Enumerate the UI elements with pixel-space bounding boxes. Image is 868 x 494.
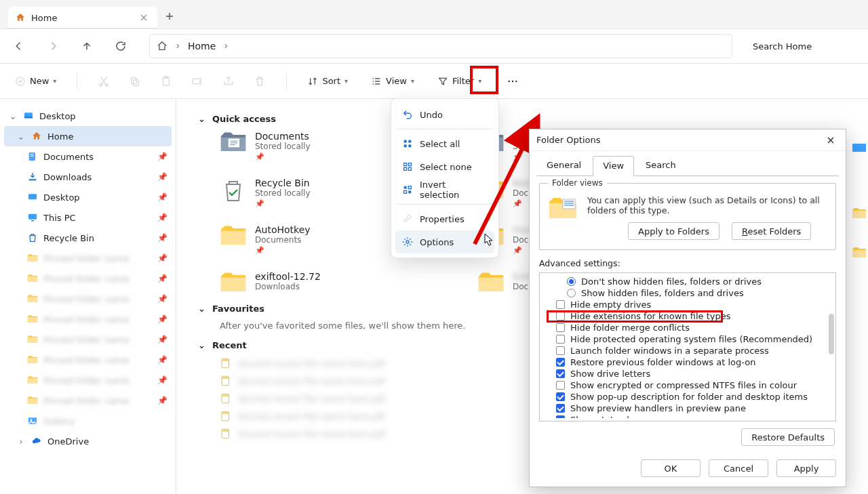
dialog-titlebar[interactable]: Folder Options [530,129,846,151]
ok-button[interactable]: OK [641,459,701,477]
tree-label: Pinned folder name [43,375,130,386]
radio-icon [567,277,576,286]
tree-item-pinned[interactable]: Pinned folder name📌 [4,370,172,390]
tree-item-thispc[interactable]: This PC 📌 [4,207,172,228]
forward-button[interactable] [42,35,64,57]
tree-item-pinned[interactable]: Pinned folder name📌 [4,350,172,370]
svg-rect-35 [404,144,407,147]
chevron-right-icon[interactable] [222,43,229,49]
menu-item-undo[interactable]: Undo [395,103,494,126]
dialog-tabs: General View Search [530,151,846,176]
adv-check[interactable]: Show drive letters [556,368,826,379]
menu-item-invert[interactable]: Invert selection [395,178,494,201]
folder-views-desc: You can apply this view (such as Details… [587,195,827,215]
adv-check[interactable]: Hide folder merge conflicts [556,322,826,333]
chevron-down-icon: ▾ [344,77,348,85]
sort-button[interactable]: Sort ▾ [302,70,353,93]
search-input[interactable]: Search Home [745,34,860,58]
more-button[interactable] [499,70,526,93]
tree-item-home[interactable]: ⌄ Home [4,126,172,146]
tree-label: Pinned folder name [43,396,130,406]
address-bar[interactable]: Home [149,34,732,58]
up-button[interactable] [76,35,98,57]
adv-check[interactable]: Hide protected operating system files (R… [556,333,826,345]
section-header[interactable]: ⌄ Quick access [198,114,852,124]
menu-item-select-all[interactable]: Select all [395,132,494,155]
tab-bar: Home [0,0,868,28]
chevron-right-icon [174,43,181,49]
advanced-settings-list[interactable]: Don't show hidden files, folders or driv… [539,272,836,421]
apply-to-folders-button[interactable]: Apply to Folders [628,222,719,240]
adv-check[interactable]: Show pop-up description for folder and d… [556,391,826,403]
close-icon[interactable] [140,14,148,22]
adv-check[interactable]: Hide extensions for known file types [556,310,826,322]
separator [397,204,493,205]
chevron-down-icon[interactable]: ⌄ [8,111,18,121]
tab-search[interactable]: Search [635,155,686,176]
cut-button [92,70,115,93]
close-button[interactable] [823,132,839,148]
chevron-right-icon[interactable]: › [16,436,26,447]
new-button[interactable]: New ▾ [9,70,62,93]
chevron-down-icon[interactable]: ⌄ [16,131,26,142]
new-tab-button[interactable] [160,7,179,26]
adv-check[interactable]: Show preview handlers in preview pane [556,403,826,414]
adv-label: Hide empty drives [570,300,651,310]
menu-item-properties: Properties [395,207,494,230]
tree-item-pinned[interactable]: Pinned folder name📌 [4,309,172,329]
tree-item-gallery[interactable]: Gallery [4,411,172,431]
reset-folders-button[interactable]: Reset Folders [732,222,811,240]
tree-item-pinned[interactable]: Pinned folder name📌 [4,268,172,289]
quick-access-item[interactable]: exiftool-12.72Downloads [220,271,450,294]
menu-item-select-none[interactable]: Select none [395,155,494,178]
tree-item-pinned[interactable]: Pinned folder name📌 [4,248,172,268]
tree-item-pinned[interactable]: Pinned folder name📌 [4,329,172,350]
tree-item-desktop[interactable]: ⌄ Desktop [4,106,172,126]
scrollbar[interactable] [829,314,834,354]
adv-radio[interactable]: Show hidden files, folders and drives [567,287,826,299]
adv-check[interactable]: Show encrypted or compressed NTFS files … [556,379,826,391]
checkbox-icon [556,381,565,390]
refresh-button[interactable] [110,35,132,57]
checkbox-icon [556,415,565,418]
adv-check[interactable]: Hide empty drives [556,299,826,310]
adv-check[interactable]: Launch folder windows in a separate proc… [556,345,826,356]
chevron-down-icon: ▾ [53,77,56,85]
adv-radio[interactable]: Don't show hidden files, folders or driv… [567,276,826,287]
restore-defaults-button[interactable]: Restore Defaults [741,428,835,446]
adv-check[interactable]: Restore previous folder windows at log-o… [556,356,826,368]
svg-rect-36 [408,144,411,147]
tab-general[interactable]: General [536,155,591,176]
pin-icon: 📌 [157,213,167,222]
breadcrumb-current[interactable]: Home [188,41,216,52]
tree-item-recyclebin[interactable]: Recycle Bin 📌 [4,228,172,248]
tree-item-documents[interactable]: Documents 📌 [4,146,172,167]
tree-item-onedrive[interactable]: › OneDrive [4,431,172,451]
tab-home[interactable]: Home [8,7,157,28]
checkbox-icon [556,404,565,413]
cancel-button[interactable]: Cancel [709,459,768,477]
view-button[interactable]: View ▾ [366,70,420,93]
apply-button[interactable]: Apply [776,459,836,477]
back-button[interactable] [8,35,30,57]
filter-button[interactable]: Filter ▾ [432,70,487,93]
section-title: Recent [212,340,247,350]
advanced-label: Advanced settings: [539,258,836,268]
pin-icon: 📌 [157,355,167,365]
section-title: Favourites [212,304,264,314]
chevron-down-icon: ⌄ [198,304,205,314]
tree-item-pinned[interactable]: Pinned folder name📌 [4,390,172,411]
chevron-down-icon: ⌄ [198,340,205,350]
menu-item-options[interactable]: Options [395,230,494,253]
checkbox-icon [556,346,565,355]
navigation-pane: ⌄ Desktop ⌄ Home Documents 📌 Downloads 📌… [0,99,176,494]
pin-icon: 📌 [157,253,167,263]
tree-item-desktop2[interactable]: Desktop 📌 [4,187,172,207]
tree-item-pinned[interactable]: Pinned folder name📌 [4,289,172,309]
tab-view[interactable]: View [593,156,634,176]
delete-button [248,70,271,93]
pin-icon: 📌 [157,375,167,385]
adv-check[interactable]: Show status bar [556,414,826,418]
adv-label: Launch folder windows in a separate proc… [570,346,769,356]
tree-item-downloads[interactable]: Downloads 📌 [4,167,172,187]
